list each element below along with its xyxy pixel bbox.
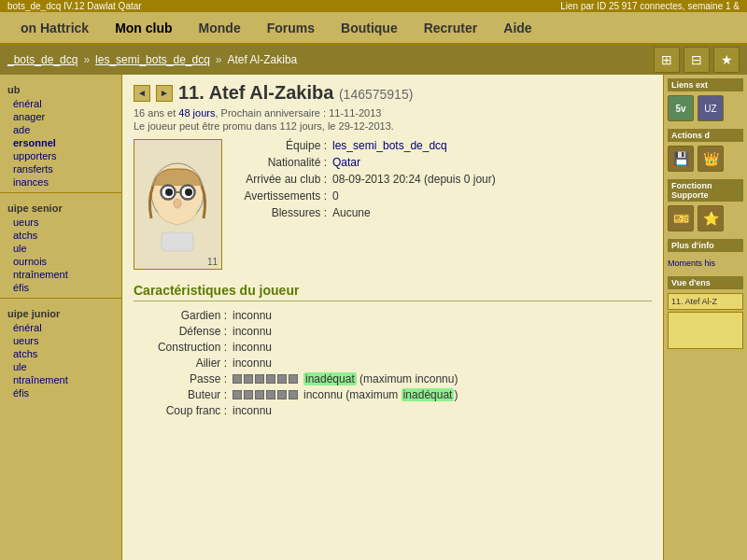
sidebar-manager[interactable]: anager [0, 110, 121, 123]
detail-nationalite: Nationalité : Qatar [233, 156, 652, 169]
label-blessures: Blessures : [233, 206, 327, 219]
nav-forums[interactable]: Forums [254, 21, 328, 35]
breadcrumb-2[interactable]: les_semi_bots_de_dcq [95, 53, 210, 66]
passe-skill-bar [233, 374, 298, 384]
char-value-ailier: inconnu [233, 357, 272, 370]
right-icon-link[interactable]: 5v [668, 95, 694, 121]
char-value-construction: inconnu [233, 341, 272, 354]
sidebar-joueurs[interactable]: ueurs [0, 216, 121, 229]
player-avatar-svg [138, 148, 218, 260]
char-passe: Passe : inadéquat (maximum inconnu) [134, 372, 652, 385]
sidebar-stade[interactable]: ade [0, 123, 121, 136]
char-ailier: Ailier : inconnu [134, 357, 652, 370]
sidebar-personnel[interactable]: ersonnel [0, 136, 121, 149]
buteur-bar-4 [266, 390, 275, 399]
player-avatar: 11 [134, 139, 222, 270]
char-label-coup-franc: Coup franc : [134, 404, 227, 417]
characteristics-title: Caractéristiques du joueur [134, 283, 652, 301]
char-gardien: Gardien : inconnu [134, 309, 652, 322]
detail-arrivee: Arrivée au club : 08-09-2013 20:24 (depu… [233, 173, 652, 186]
passe-bar-3 [255, 374, 264, 384]
buteur-bar-6 [289, 390, 298, 399]
nationalite-link[interactable]: Qatar [332, 156, 360, 169]
equipe-link[interactable]: les_semi_bots_de_dcq [332, 139, 447, 152]
sidebar: ub énéral anager ade ersonnel upporters … [0, 75, 121, 560]
svg-point-5 [185, 189, 192, 196]
nav-boutique[interactable]: Boutique [328, 21, 411, 35]
char-label-buteur: Buteur : [134, 388, 227, 401]
right-section-liens: Liens ext [668, 78, 743, 91]
sidebar-junior-title: uipe junior [0, 302, 121, 321]
status-left: bots_de_dcq IV.12 Dawlat Qatar [7, 1, 142, 11]
nav-aide[interactable]: Aide [490, 21, 544, 35]
sidebar-finances[interactable]: inances [0, 175, 121, 189]
sidebar-divider-1 [0, 192, 121, 193]
right-section-plus: Plus d'info [668, 239, 743, 252]
player-title: 11. Atef Al-Zakiba (146575915) [178, 82, 413, 104]
sidebar-general[interactable]: énéral [0, 97, 121, 110]
svg-rect-10 [162, 232, 193, 251]
buteur-skill-bar [233, 390, 298, 399]
sidebar-junior-general[interactable]: énéral [0, 321, 121, 334]
value-equipe: les_semi_bots_de_dcq [332, 139, 447, 152]
right-icons-liens: 5v UZ [668, 95, 743, 121]
sidebar-tournois[interactable]: ournois [0, 255, 121, 268]
char-label-construction: Construction : [134, 341, 227, 354]
label-equipe: Équipe : [233, 139, 327, 152]
prev-player-button[interactable]: ◄ [134, 85, 150, 102]
top-nav: on Hattrick Mon club Monde Forums Boutiq… [0, 12, 747, 45]
right-icon-star[interactable]: ⭐ [698, 205, 724, 231]
sidebar-supporters[interactable]: upporters [0, 149, 121, 162]
sidebar-transferts[interactable]: ransferts [0, 162, 121, 175]
nav-hattrick[interactable]: on Hattrick [7, 21, 102, 35]
buteur-max-text: inadéquat [402, 388, 455, 401]
sidebar-junior-entrainement[interactable]: ntraînement [0, 373, 121, 386]
nav-monde[interactable]: Monde [186, 21, 254, 35]
nav-mon-club[interactable]: Mon club [102, 21, 185, 35]
char-value-buteur: inconnu (maximum inadéquat) [303, 388, 458, 401]
next-player-button[interactable]: ► [156, 85, 173, 102]
right-icons-actions: 💾 👑 [668, 146, 743, 172]
right-section-fonct: Fonctionn Supporte [668, 179, 743, 202]
breadcrumb-icon-1[interactable]: ⊞ [654, 47, 680, 73]
right-icon-link2[interactable]: UZ [698, 95, 724, 121]
label-avertissements: Avertissements : [233, 189, 327, 203]
sidebar-junior-joueurs[interactable]: ueurs [0, 334, 121, 347]
right-sidebar: Liens ext 5v UZ Actions d 💾 👑 Fonctionn … [663, 75, 747, 560]
right-icon-crown[interactable]: 👑 [698, 146, 724, 172]
sidebar-coupe[interactable]: ule [0, 242, 121, 255]
right-icon-save[interactable]: 💾 [668, 146, 694, 172]
right-icon-ticket[interactable]: 🎫 [668, 205, 694, 231]
detail-blessures: Blessures : Aucune [233, 206, 652, 219]
breadcrumb-icon-3[interactable]: ★ [713, 47, 740, 73]
right-icons-fonct: 🎫 ⭐ [668, 205, 743, 231]
sidebar-junior-matchs[interactable]: atchs [0, 347, 121, 360]
char-value-passe: inadéquat (maximum inconnu) [303, 372, 458, 385]
main-layout: ub énéral anager ade ersonnel upporters … [0, 75, 747, 560]
char-construction: Construction : inconnu [134, 341, 652, 354]
sidebar-junior-coupe[interactable]: ule [0, 360, 121, 373]
player-days-link[interactable]: 48 jours [178, 107, 215, 119]
vue-box: 11. Atef Al-Z [668, 293, 743, 310]
value-nationalite: Qatar [332, 156, 360, 169]
breadcrumb-3: Atef Al-Zakiba [228, 53, 298, 66]
char-label-passe: Passe : [134, 372, 227, 385]
right-link-moments[interactable]: Moments his [668, 259, 715, 268]
breadcrumb-icon-2[interactable]: ⊟ [684, 47, 710, 73]
player-promo: Le joueur peut être promu dans 112 jours… [134, 120, 652, 132]
buteur-bar-2 [244, 390, 253, 399]
buteur-bar-3 [255, 390, 264, 399]
sidebar-defis[interactable]: éfis [0, 281, 121, 294]
passe-bar-2 [244, 374, 253, 384]
sidebar-entrainement[interactable]: ntraînement [0, 268, 121, 281]
char-coup-franc: Coup franc : inconnu [134, 404, 652, 417]
player-age: 16 ans et 48 jours, Prochain anniversair… [134, 107, 652, 119]
sidebar-matchs[interactable]: atchs [0, 229, 121, 242]
nav-recruter[interactable]: Recruter [411, 21, 491, 35]
passe-skill-text: inadéquat [303, 372, 357, 385]
breadcrumb-1[interactable]: _bots_de_dcq [7, 53, 78, 66]
label-nationalite: Nationalité : [233, 156, 327, 169]
char-label-gardien: Gardien : [134, 309, 227, 322]
sidebar-junior-defis[interactable]: éfis [0, 386, 121, 399]
char-label-defense: Défense : [134, 325, 227, 338]
